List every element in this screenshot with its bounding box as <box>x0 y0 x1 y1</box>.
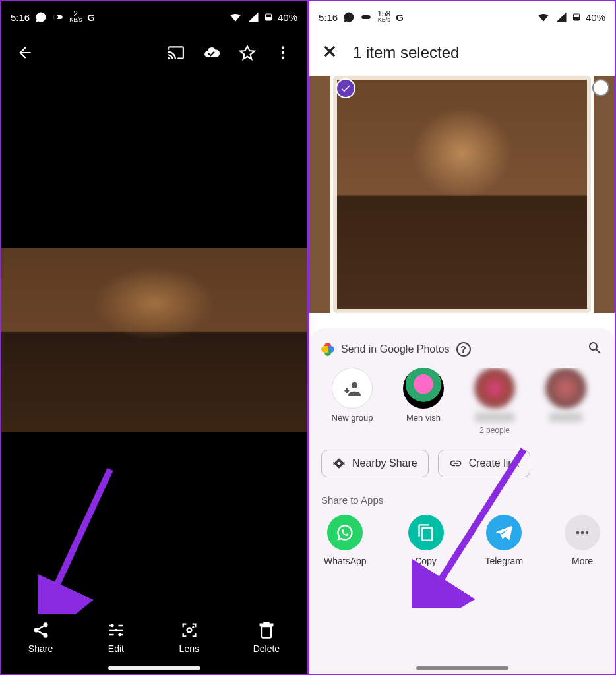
thumbnail-next[interactable] <box>594 76 615 313</box>
share-sheet-header: Send in Google Photos ? <box>321 340 603 359</box>
pill-status-icon <box>360 11 372 23</box>
share-sheet-screen: 5:16 158KB/s G 40% 1 item selected <box>308 0 616 675</box>
thumbnail-strip[interactable] <box>309 73 615 316</box>
svg-point-12 <box>115 629 118 632</box>
close-button[interactable] <box>321 43 338 63</box>
help-button[interactable]: ? <box>456 342 471 357</box>
gesture-bar[interactable] <box>108 666 200 670</box>
delete-button[interactable]: Delete <box>253 621 280 654</box>
cloud-check-icon <box>203 44 220 61</box>
contact-avatar <box>545 368 586 409</box>
nearby-share-icon <box>332 457 346 470</box>
star-outline-icon <box>239 44 256 61</box>
contact-item[interactable] <box>535 368 597 435</box>
share-button[interactable]: Share <box>28 621 53 654</box>
share-label: Share <box>28 643 53 654</box>
battery-icon <box>572 11 580 24</box>
contact-label: New group <box>332 413 373 423</box>
cast-icon <box>168 44 185 61</box>
svg-point-19 <box>576 531 580 535</box>
photo-content <box>1 248 307 432</box>
svg-point-11 <box>118 633 121 637</box>
tune-icon <box>107 621 125 639</box>
whatsapp-status-icon <box>35 11 47 23</box>
g-status-icon: G <box>396 12 404 23</box>
selection-appbar: 1 item selected <box>309 33 615 73</box>
app-label: WhatsApp <box>324 556 367 566</box>
contact-avatar <box>474 368 515 409</box>
search-contacts-button[interactable] <box>587 340 603 359</box>
more-horiz-icon <box>565 515 600 550</box>
svg-rect-18 <box>573 17 579 20</box>
contact-avatar <box>403 368 444 409</box>
send-in-photos-label[interactable]: Send in Google Photos <box>341 343 450 355</box>
battery-percent: 40% <box>278 12 297 23</box>
share-app-more[interactable]: More <box>565 515 600 566</box>
photo-viewer-screen: 5:16 2KB/s G 40% <box>0 0 308 675</box>
svg-rect-1 <box>53 15 58 19</box>
svg-point-8 <box>34 628 38 633</box>
share-app-whatsapp[interactable]: WhatsApp <box>324 515 367 566</box>
lens-label: Lens <box>179 643 199 654</box>
status-bar: 5:16 2KB/s G 40% <box>1 1 307 33</box>
lens-icon <box>180 621 199 639</box>
favorite-button[interactable] <box>233 38 262 67</box>
cast-button[interactable] <box>162 38 191 67</box>
status-time: 5:16 <box>11 12 30 23</box>
more-vert-icon <box>274 44 292 61</box>
svg-line-15 <box>49 469 110 601</box>
svg-point-9 <box>43 633 47 638</box>
svg-point-7 <box>43 622 47 627</box>
svg-point-13 <box>187 628 191 633</box>
edit-label: Edit <box>108 643 124 654</box>
contact-label <box>549 413 582 422</box>
network-speed: 2KB/s <box>69 11 82 23</box>
back-button[interactable] <box>11 38 40 67</box>
annotation-arrow <box>38 463 117 614</box>
contacts-row: New group Meh vish 2 people N MM <box>321 368 603 435</box>
delete-label: Delete <box>253 643 280 654</box>
overflow-button[interactable] <box>268 38 297 67</box>
contact-item[interactable]: 2 people <box>464 368 526 435</box>
svg-rect-3 <box>265 17 271 20</box>
g-status-icon: G <box>87 12 95 23</box>
new-group-icon <box>332 368 373 409</box>
edit-button[interactable]: Edit <box>107 621 125 654</box>
contact-label: Meh vish <box>406 413 441 423</box>
selection-check-icon[interactable] <box>336 78 355 98</box>
svg-point-10 <box>111 624 114 628</box>
svg-line-22 <box>431 450 524 595</box>
close-icon <box>321 43 338 60</box>
thumbnail-next-select[interactable] <box>592 79 609 96</box>
wifi-icon <box>229 11 242 24</box>
selection-title: 1 item selected <box>353 44 459 62</box>
photo-action-bar: Share Edit Lens Delete <box>1 608 307 674</box>
share-icon <box>32 621 50 639</box>
battery-icon <box>264 11 272 24</box>
chip-label: Nearby Share <box>352 457 417 469</box>
svg-point-20 <box>581 531 584 535</box>
new-group-button[interactable]: New group <box>321 368 383 435</box>
thumbnail-prev[interactable] <box>309 76 330 313</box>
google-photos-icon <box>321 343 334 356</box>
arrow-left-icon <box>16 44 34 61</box>
contact-item[interactable]: Meh vish <box>392 368 454 435</box>
svg-point-4 <box>282 46 284 49</box>
contact-label <box>475 413 514 422</box>
lens-button[interactable]: Lens <box>179 621 199 654</box>
signal-icon <box>555 11 567 23</box>
network-speed: 158KB/s <box>377 11 390 23</box>
svg-point-5 <box>282 51 284 54</box>
app-label: More <box>572 556 593 566</box>
trash-icon <box>257 621 276 639</box>
svg-point-14 <box>192 626 194 628</box>
whatsapp-icon <box>327 515 363 550</box>
gesture-bar[interactable] <box>416 666 508 670</box>
cloud-backup-button[interactable] <box>197 38 226 67</box>
signal-icon <box>247 11 259 23</box>
svg-point-6 <box>282 56 284 59</box>
thumbnail-selected[interactable] <box>333 76 591 313</box>
contact-sublabel: 2 people <box>479 426 510 435</box>
status-bar: 5:16 158KB/s G 40% <box>309 1 615 33</box>
photo-toolbar <box>1 33 307 73</box>
